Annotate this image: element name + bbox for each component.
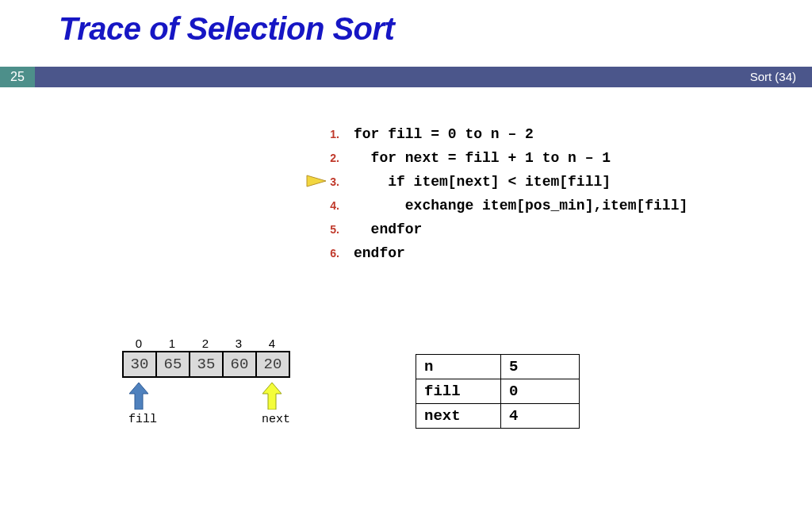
code-line-2: 2. for next = fill + 1 to n – 1 xyxy=(308,146,688,170)
line-number: 3. xyxy=(308,170,339,194)
line-number: 4. xyxy=(308,194,339,217)
slide-title: Trace of Selection Sort xyxy=(59,11,394,47)
banner-right-label: Sort (34) xyxy=(750,67,796,87)
line-number: 2. xyxy=(308,146,339,170)
array-cell: 65 xyxy=(157,352,190,376)
variables-table: n 5 fill 0 next 4 xyxy=(416,354,580,429)
line-text: endfor xyxy=(354,217,422,241)
var-name: next xyxy=(416,404,501,429)
banner xyxy=(0,67,812,87)
line-text: exchange item[pos_min],item[fill] xyxy=(354,194,688,217)
array-row: 30 65 35 60 20 xyxy=(122,351,290,378)
array-index-row: 0 1 2 3 4 xyxy=(122,337,290,351)
table-row: next 4 xyxy=(416,404,580,429)
code-line-3: 3. if item[next] < item[fill] xyxy=(308,170,688,194)
line-text: if item[next] < item[fill] xyxy=(354,170,611,194)
slide: Trace of Selection Sort 25 Sort (34) 1. … xyxy=(0,0,812,508)
page-number-badge: 25 xyxy=(0,67,35,87)
fill-arrow-label: fill xyxy=(128,413,149,426)
var-value: 5 xyxy=(501,355,580,379)
table-row: n 5 xyxy=(416,355,580,379)
line-number: 5. xyxy=(308,217,339,241)
next-arrow-label: next xyxy=(262,413,282,426)
line-number: 6. xyxy=(308,241,339,265)
array-cell: 20 xyxy=(257,352,289,376)
array-index: 2 xyxy=(189,337,222,351)
code-line-6: 6. endfor xyxy=(308,241,688,265)
array-index: 1 xyxy=(155,337,189,351)
array-index: 0 xyxy=(122,337,155,351)
var-value: 0 xyxy=(501,379,580,404)
code-line-4: 4. exchange item[pos_min],item[fill] xyxy=(308,194,688,217)
next-arrow-icon: next xyxy=(262,383,282,426)
array-index: 4 xyxy=(255,337,289,351)
table-row: fill 0 xyxy=(416,379,580,404)
array-cell: 30 xyxy=(124,352,157,376)
var-name: n xyxy=(416,355,501,379)
array-cell: 60 xyxy=(224,352,257,376)
line-number: 1. xyxy=(308,122,339,146)
var-value: 4 xyxy=(501,404,580,429)
line-text: for fill = 0 to n – 2 xyxy=(354,122,534,146)
svg-marker-1 xyxy=(129,383,148,410)
svg-marker-2 xyxy=(262,383,282,410)
array-index: 3 xyxy=(222,337,255,351)
line-text: endfor xyxy=(354,241,405,265)
fill-arrow-icon: fill xyxy=(128,383,149,426)
array-visualization: 0 1 2 3 4 30 65 35 60 20 fill next xyxy=(122,337,290,378)
array-cell: 35 xyxy=(190,352,224,376)
pseudocode-block: 1. for fill = 0 to n – 2 2. for next = f… xyxy=(308,122,688,265)
code-line-5: 5. endfor xyxy=(308,217,688,241)
code-line-1: 1. for fill = 0 to n – 2 xyxy=(308,122,688,146)
var-name: fill xyxy=(416,379,501,404)
line-text: for next = fill + 1 to n – 1 xyxy=(354,146,611,170)
